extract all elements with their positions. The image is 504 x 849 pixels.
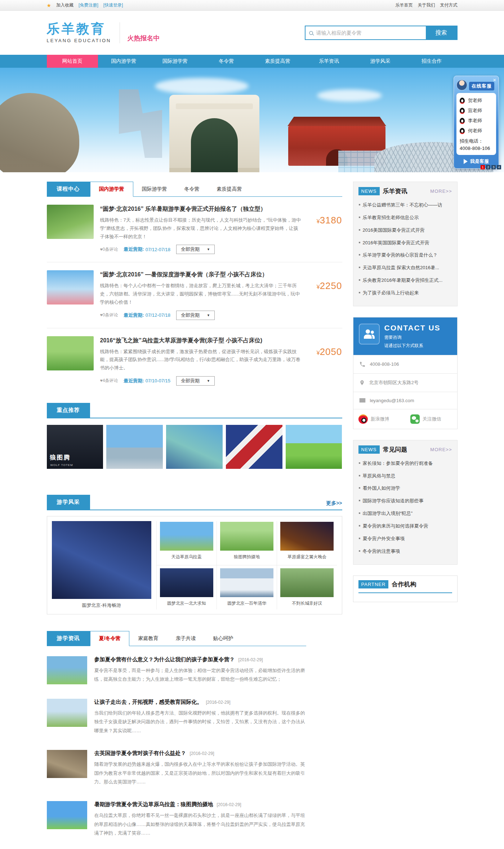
course-title[interactable]: “圆梦·北京2016” —暑假深度游学夏令营（亲子型 小孩不占床位） (100, 271, 303, 279)
banner-page-dot[interactable]: 4 (497, 165, 501, 169)
faq-badge: NEWS (358, 445, 380, 454)
article-title[interactable]: 暑期游学营夏令营天边草原乌拉盖：狼图腾拍摄地 (94, 801, 213, 808)
camp-period-select[interactable]: 全部营期 ▼ (176, 245, 215, 254)
add-favorite-link[interactable]: 加入收藏 (56, 2, 73, 8)
article-title[interactable]: 去英国游学夏令营对孩子有什么益处？ (94, 750, 186, 757)
search-icon (309, 31, 313, 35)
article-item: 去英国游学夏令营对孩子有什么益处？ [2016-02-29] 随着游学发展的趋势… (47, 750, 306, 787)
operator-avatar (456, 80, 467, 90)
recommend-tile[interactable]: 狼图腾 WOLF TOTEM (47, 425, 103, 469)
recommend-header: 重点推荐 (47, 403, 342, 418)
login-link[interactable]: [快速登录] (103, 2, 123, 8)
banner-page-dot[interactable]: 2 (486, 165, 490, 169)
faq-list-item[interactable]: 看外国人如何游学 (358, 482, 452, 495)
banner-page-dot[interactable]: 3 (491, 165, 496, 169)
article-thumbnail[interactable] (47, 699, 87, 727)
news-list-item[interactable]: 乐羊游学夏令营的核心宗旨是什么？ (358, 249, 452, 262)
course-thumbnail[interactable] (47, 205, 94, 239)
comments-count[interactable]: ♥0条评论 (100, 312, 118, 318)
nav-item[interactable]: 素质提高营 (252, 55, 304, 68)
comments-count[interactable]: ♥4条评论 (100, 378, 118, 384)
topbar-link[interactable]: 乐羊首页 (396, 2, 413, 8)
gallery-item[interactable]: 草原盛宴之篝火晚会 (277, 521, 337, 565)
article-date: [2016-02-29] (190, 751, 214, 756)
article-tab[interactable]: 夏/冬令营 (90, 631, 130, 646)
weibo-button[interactable]: 新浪微博 (353, 409, 405, 429)
recommend-tile[interactable] (226, 425, 282, 469)
register-link[interactable]: [免费注册] (79, 2, 98, 8)
nav-item[interactable]: 国际游学营 (150, 55, 201, 68)
faq-list-item[interactable]: 国际游学你应该知道的那些事 (358, 495, 452, 507)
gallery-item[interactable]: 圆梦北京---百年清华 (217, 565, 277, 609)
nav-item[interactable]: 网站首页 (47, 55, 98, 68)
i-am-service-button[interactable]: 我是客服 (456, 158, 496, 165)
search-button[interactable]: 搜索 (426, 26, 457, 39)
gallery-item[interactable]: 不到长城非好汉 (277, 565, 337, 609)
course-thumbnail[interactable] (47, 270, 94, 305)
recommend-tile[interactable] (106, 425, 163, 469)
faq-more-link[interactable]: MORE>> (430, 447, 452, 452)
nav-item[interactable]: 游学风采 (355, 55, 406, 68)
camp-period-select[interactable]: 全部营期 ▼ (176, 311, 215, 320)
faq-list-item[interactable]: 夏令营的来历与如何选择夏令营 (358, 520, 452, 533)
gallery-item[interactable]: 圆梦北京---北大求知 (156, 565, 217, 609)
faq-list-item[interactable]: 家长须知：参加夏令营的行前准备 (358, 457, 452, 470)
gallery-image (220, 522, 273, 551)
nav-item[interactable]: 冬令营 (201, 55, 252, 68)
news-list-item[interactable]: 2016年英国国际夏令营正式开营 (358, 237, 452, 249)
qq-contact-row[interactable]: 何老师 (459, 126, 494, 136)
gallery-featured-item[interactable]: 圆梦北京-科海畅游 (52, 521, 151, 609)
comments-count[interactable]: ♥0条评论 (100, 246, 118, 253)
close-icon[interactable]: × (493, 77, 496, 83)
camp-period-select[interactable]: 全部营期 ▼ (176, 376, 215, 386)
course-tab[interactable]: 国际游学营 (133, 182, 176, 196)
qq-contact-row[interactable]: 李老师 (459, 116, 494, 126)
qq-icon (460, 108, 465, 114)
news-list-item[interactable]: 为了孩子必须马上行动起来 (358, 287, 452, 299)
wechat-button[interactable]: 关注微信 (405, 409, 457, 429)
news-list-item[interactable]: 乐央教育2016年暑期夏令营招生正式... (358, 274, 452, 287)
nav-item[interactable]: 乐羊资讯 (303, 55, 355, 68)
search-input[interactable] (316, 30, 422, 36)
logo[interactable]: 乐羊教育 LEYANG EDUCATION (47, 22, 111, 43)
qq-contact-row[interactable]: 宣老师 (459, 106, 494, 116)
news-list-item[interactable]: 乐羊教育招生老师信息公示 (358, 212, 452, 224)
lion-statue-art (0, 93, 79, 172)
topbar-link[interactable]: 关于我们 (418, 2, 435, 8)
news-list-item[interactable]: 乐羊公益赠书第三年：不忘初心——访 (358, 199, 452, 212)
banner-page-dot[interactable]: 1 (481, 165, 485, 169)
course-title[interactable]: “圆梦·北京2016” 乐羊暑期游学夏令营正式开始报名了（独立型） (100, 205, 303, 213)
article-thumbnail[interactable] (47, 656, 87, 684)
article-tab[interactable]: 亲子共读 (167, 631, 204, 646)
recommend-tile[interactable] (166, 425, 223, 469)
gallery-item[interactable]: 天边草原乌拉盖 (156, 521, 217, 565)
course-title[interactable]: 2016“放飞之旅”乌拉盖大草原游学夏令营(亲子型 小孩不占床位) (100, 337, 303, 345)
faq-list-item[interactable]: 出国游学出入境别“犯忌” (358, 507, 452, 520)
course-tab[interactable]: 素质提高营 (208, 182, 251, 196)
gallery-item[interactable]: 狼图腾拍摄地 (217, 521, 277, 565)
news-badge: NEWS (358, 187, 380, 195)
course-tab[interactable]: 冬令营 (176, 182, 208, 196)
nav-item[interactable]: 招生合作 (406, 55, 458, 68)
article-tab[interactable]: 贴心呵护 (204, 631, 242, 646)
article-thumbnail[interactable] (47, 750, 87, 778)
course-thumbnail[interactable] (47, 336, 94, 370)
topbar-link[interactable]: 支付方式 (440, 2, 458, 8)
course-tab[interactable]: 国内游学营 (90, 182, 133, 197)
recommend-tile[interactable] (286, 425, 342, 469)
article-title[interactable]: 让孩子走出去，开拓视野，感受教育国际化。 (94, 699, 202, 706)
article-thumbnail[interactable] (47, 801, 87, 829)
article-tab[interactable]: 家庭教育 (129, 631, 167, 646)
news-list-item[interactable]: 2016美国国际夏令营正式开营 (358, 224, 452, 237)
faq-list-item[interactable]: 夏令营户外安全事项 (358, 533, 452, 545)
news-more-link[interactable]: MORE>> (430, 188, 452, 194)
faq-list-item[interactable]: 草原风俗与禁忌 (358, 470, 452, 483)
news-list-item[interactable]: 天边草原乌拉盖 探索大自然2016暑... (358, 262, 452, 274)
faq-list-item[interactable]: 冬令营的注意事项 (358, 545, 452, 558)
qq-contact-row[interactable]: 贺老师 (459, 95, 494, 106)
gallery-more-link[interactable]: 更多>> (326, 500, 342, 510)
online-service-panel: × 在线客服 贺老师 宣老师 李老师 (454, 76, 499, 169)
article-title[interactable]: 参加夏令营有什么意义？为什么让我们的孩子参加夏令营？ (94, 656, 235, 663)
nav-item[interactable]: 国内游学营 (98, 55, 150, 68)
course-price: ¥2250 (309, 270, 342, 320)
